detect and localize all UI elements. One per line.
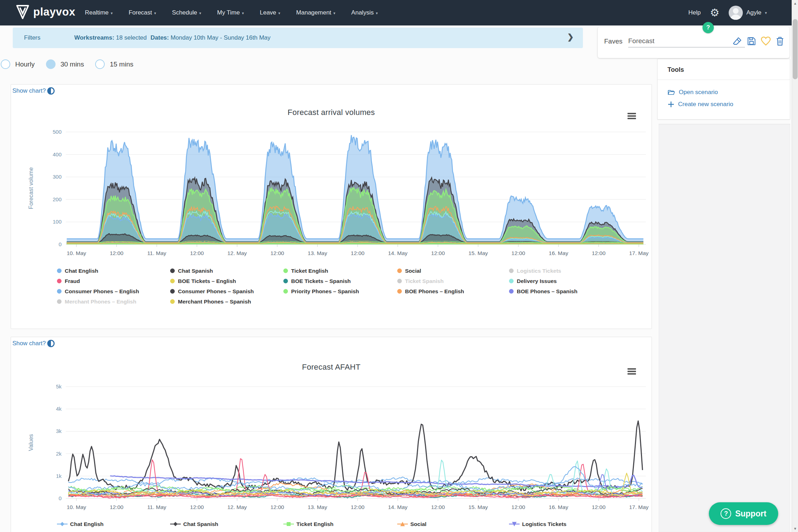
legend-label: Chat English	[65, 268, 98, 274]
legend-volumes: Chat EnglishChat SpanishTicket EnglishSo…	[57, 266, 615, 307]
legend-item-ticket-english[interactable]: Ticket English	[283, 519, 397, 529]
legend-label: BOE Tickets – Spanish	[291, 278, 351, 284]
interval-radio-30-mins[interactable]: 30 mins	[46, 59, 84, 69]
nav-item-realtime[interactable]: Realtime▾	[85, 9, 113, 16]
legend-item-boe-tickets-spanish[interactable]: BOE Tickets – Spanish	[283, 276, 397, 286]
svg-text:5k: 5k	[56, 383, 62, 389]
legend-item-merchant-phones-english[interactable]: Merchant Phones – English	[57, 296, 170, 307]
chevron-right-icon[interactable]: ❯	[567, 33, 574, 42]
radio-icon[interactable]	[1, 59, 10, 69]
legend-item-boe-tickets-english[interactable]: BOE Tickets – English	[170, 529, 283, 532]
gear-icon[interactable]: ⚙	[710, 7, 719, 18]
workstreams-value: 18 selected	[116, 34, 147, 41]
legend-bullet-icon	[57, 299, 62, 304]
legend-item-boe-tickets-spanish[interactable]: BOE Tickets – Spanish	[283, 529, 397, 532]
help-badge-icon[interactable]: ?	[702, 22, 714, 33]
legend-item-chat-spanish[interactable]: Chat Spanish	[170, 519, 283, 529]
show-chart-toggle-volumes[interactable]: Show chart?	[12, 87, 55, 95]
radio-selected-icon[interactable]	[46, 59, 56, 69]
legend-item-ticket-english[interactable]: Ticket English	[283, 266, 397, 276]
chevron-down-icon: ▾	[111, 11, 113, 15]
legend-item-boe-phones-english[interactable]: BOE Phones – English	[397, 286, 509, 296]
legend-item-delivery-issues[interactable]: Delivery Issues	[509, 529, 615, 532]
eraser-icon[interactable]	[732, 36, 742, 46]
legend-item-logistics-tickets[interactable]: Logistics Tickets	[509, 266, 615, 276]
legend-item-consumer-phones-english[interactable]: Consumer Phones – English	[57, 286, 170, 296]
legend-bullet-icon	[170, 289, 175, 294]
legend-bullet-icon	[170, 268, 175, 273]
show-chart-label: Show chart?	[12, 340, 46, 347]
legend-item-ticket-spanish[interactable]: Ticket Spanish	[397, 276, 509, 286]
legend-label: Chat Spanish	[183, 521, 218, 527]
nav-menu: Realtime▾Forecast▾Schedule▾My Time▾Leave…	[85, 0, 378, 25]
show-chart-toggle-afaht[interactable]: Show chart?	[12, 339, 55, 348]
legend-item-social[interactable]: Social	[397, 519, 509, 529]
scrollbar-thumb[interactable]	[793, 19, 798, 79]
heart-icon[interactable]	[761, 36, 771, 46]
nav-item-my-time[interactable]: My Time▾	[217, 9, 244, 16]
trash-icon[interactable]	[775, 36, 785, 46]
legend-item-merchant-phones-spanish[interactable]: Merchant Phones – Spanish	[170, 296, 283, 307]
chevron-down-icon: ▾	[278, 11, 281, 15]
legend-bullet-icon	[397, 289, 402, 294]
svg-text:11. May: 11. May	[147, 250, 166, 256]
legend-item-boe-tickets-english[interactable]: BOE Tickets – English	[170, 276, 283, 286]
save-icon[interactable]	[746, 36, 756, 46]
legend-item-chat-spanish[interactable]: Chat Spanish	[170, 266, 283, 276]
interval-radio-hourly[interactable]: Hourly	[1, 59, 35, 69]
svg-text:12:00: 12:00	[592, 250, 606, 256]
legend-item-social[interactable]: Social	[397, 266, 509, 276]
legend-item-ticket-spanish[interactable]: Ticket Spanish	[397, 529, 509, 532]
chart-menu-icon-afaht[interactable]	[628, 368, 636, 376]
svg-text:14. May: 14. May	[388, 250, 407, 256]
nav-item-forecast[interactable]: Forecast▾	[129, 9, 156, 16]
legend-label: Delivery Issues	[517, 278, 557, 284]
legend-marker-square-icon	[283, 521, 294, 527]
page-scrollbar[interactable]: ▲ ▼	[792, 0, 798, 532]
legend-item-priority-phones-spanish[interactable]: Priority Phones – Spanish	[283, 286, 397, 296]
user-menu[interactable]: Agyle ▾	[729, 6, 767, 20]
interval-radio-15-mins[interactable]: 15 mins	[95, 59, 133, 69]
open-scenario-link[interactable]: Open scenario	[667, 89, 718, 96]
chevron-down-icon: ▾	[199, 11, 201, 15]
legend-item-chat-english[interactable]: Chat English	[57, 519, 170, 529]
chart-title-volumes: Forecast arrival volumes	[11, 108, 652, 117]
svg-text:12:00: 12:00	[190, 250, 204, 256]
legend-label: Social	[410, 521, 427, 527]
workstreams-label: Workstreams:	[74, 34, 114, 41]
nav-item-analysis[interactable]: Analysis▾	[351, 9, 378, 16]
chart-menu-icon-volumes[interactable]	[628, 113, 636, 120]
radio-icon[interactable]	[95, 59, 105, 69]
legend-item-consumer-phones-spanish[interactable]: Consumer Phones – Spanish	[170, 286, 283, 296]
scroll-down-icon[interactable]: ▼	[792, 527, 798, 531]
legend-label: Merchant Phones – English	[65, 299, 136, 305]
svg-text:12:00: 12:00	[110, 504, 123, 510]
create-scenario-link[interactable]: Create new scenario	[667, 101, 733, 108]
show-chart-label: Show chart?	[12, 87, 46, 94]
legend-item-delivery-issues[interactable]: Delivery Issues	[509, 276, 615, 286]
open-scenario-label: Open scenario	[679, 89, 718, 96]
svg-text:10. May: 10. May	[66, 504, 86, 510]
legend-item-fraud[interactable]: Fraud	[57, 276, 170, 286]
scroll-up-icon[interactable]: ▲	[792, 1, 798, 5]
help-link[interactable]: Help	[688, 9, 701, 16]
nav-item-leave[interactable]: Leave▾	[260, 9, 280, 16]
svg-text:12. May: 12. May	[227, 504, 247, 510]
legend-item-chat-english[interactable]: Chat English	[57, 266, 170, 276]
radio-label: Hourly	[15, 60, 35, 68]
svg-text:14. May: 14. May	[388, 504, 407, 510]
legend-item-fraud[interactable]: Fraud	[57, 529, 170, 532]
nav-item-schedule[interactable]: Schedule▾	[172, 9, 201, 16]
support-button[interactable]: ? Support	[709, 502, 778, 525]
legend-item-boe-phones-spanish[interactable]: BOE Phones – Spanish	[509, 286, 615, 296]
nav-item-management[interactable]: Management▾	[296, 9, 335, 16]
legend-label: Chat English	[70, 521, 104, 527]
legend-item-logistics-tickets[interactable]: Logistics Tickets	[509, 519, 615, 529]
playvox-logo[interactable]: playvox	[16, 5, 75, 19]
toggle-on-icon	[47, 339, 55, 348]
filters-bar[interactable]: Filters Workstreams: 18 selected Dates: …	[13, 28, 583, 48]
faves-input[interactable]	[628, 35, 745, 47]
arrival-volumes-card: Show chart? Forecast arrival volumes 010…	[11, 84, 652, 329]
legend-marker-triangle-down-icon	[509, 521, 520, 527]
toggle-on-icon	[47, 87, 55, 95]
